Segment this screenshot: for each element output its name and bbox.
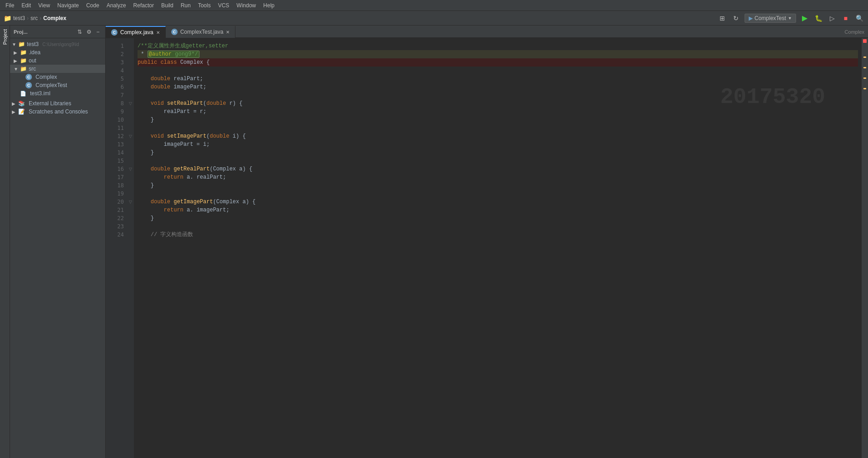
tree-item-out[interactable]: ▶ 📁 out — [10, 57, 105, 65]
line-num-13: 13 — [106, 140, 127, 149]
minimize-icon[interactable]: − — [94, 28, 102, 36]
line-num-20: 20 — [106, 198, 127, 206]
fold-13 — [127, 140, 134, 149]
warning-marker-4 — [863, 88, 866, 89]
menu-tools[interactable]: Tools — [194, 1, 214, 10]
menu-help[interactable]: Help — [260, 1, 278, 10]
tree-item-complextest[interactable]: C ComplexTest — [10, 81, 105, 89]
tab-complextest-close[interactable]: ✕ — [226, 30, 230, 35]
expand-scratches: ▶ — [12, 109, 16, 114]
menu-navigate[interactable]: Navigate — [54, 1, 82, 10]
run-icon: ▶ — [749, 15, 753, 21]
out-folder-icon: 📁 — [20, 57, 27, 64]
tree-item-test3[interactable]: ▼ 📁 test3 C:\Users\gong9\Id — [10, 40, 105, 48]
tree-item-scratches[interactable]: ▶ 📝 Scratches and Consoles — [10, 108, 105, 116]
code-line-6: double imagePart; — [138, 83, 858, 91]
menu-refactor[interactable]: Refactor — [130, 1, 158, 10]
left-side-tabs: Project — [0, 26, 10, 458]
tab-complex-java[interactable]: C Complex.java ✕ — [106, 26, 166, 38]
settings-icon[interactable]: ⚙ — [85, 28, 92, 36]
line-num-8: 8 — [106, 99, 127, 108]
sync-files-icon[interactable]: ⇅ — [76, 28, 83, 36]
fold-6 — [127, 83, 134, 91]
tree-label-src: src — [29, 66, 36, 72]
code-content[interactable]: 20175320 /**定义属性并生成getter,setter * @auth… — [134, 38, 862, 458]
sep1: › — [27, 15, 29, 21]
fold-16[interactable]: ▽ — [127, 165, 134, 173]
menu-code[interactable]: Code — [82, 1, 103, 10]
main-container: Project Proj... ⇅ ⚙ − ▼ 📁 test3 C:\Users… — [0, 26, 868, 458]
error-marker-top — [863, 39, 867, 43]
code-line-24: // 字义构造函数 — [138, 231, 858, 239]
tab-complextest-icon: C — [171, 29, 178, 35]
menu-edit[interactable]: Edit — [18, 1, 35, 10]
panel-header: Proj... ⇅ ⚙ − — [10, 26, 105, 38]
sync-icon[interactable]: ↻ — [731, 13, 741, 23]
tree-item-src[interactable]: ▼ 📁 src — [10, 65, 105, 73]
run-coverage-button[interactable]: ▷ — [827, 13, 837, 23]
project-structure-icon[interactable]: ⊞ — [717, 13, 727, 23]
project-icon: 📁 — [4, 15, 11, 22]
menu-build[interactable]: Build — [158, 1, 177, 10]
menu-run[interactable]: Run — [177, 1, 194, 10]
tree-item-complex[interactable]: C Complex — [10, 73, 105, 81]
line-num-15: 15 — [106, 157, 127, 165]
line-num-12: 12 — [106, 132, 127, 140]
menu-window[interactable]: Window — [233, 1, 260, 10]
menu-vcs[interactable]: VCS — [214, 1, 233, 10]
tree-label-iml: test3.iml — [30, 90, 51, 97]
code-line-13: imagePart = i; — [138, 140, 858, 149]
line-num-21: 21 — [106, 206, 127, 214]
menu-file[interactable]: File — [2, 1, 18, 10]
search-everywhere-button[interactable]: 🔍 — [854, 13, 864, 23]
fold-8[interactable]: ▽ — [127, 99, 134, 108]
stop-button[interactable]: ■ — [841, 13, 851, 23]
fold-18 — [127, 181, 134, 190]
expand-out: ▶ — [14, 58, 18, 63]
dropdown-icon: ▼ — [788, 16, 792, 21]
fold-20[interactable]: ▽ — [127, 198, 134, 206]
run-button[interactable]: ▶ — [800, 13, 810, 23]
fold-22 — [127, 214, 134, 222]
ext-libs-icon: 📚 — [18, 100, 25, 107]
warning-marker-3 — [863, 77, 866, 79]
line-num-23: 23 — [106, 222, 127, 231]
menu-analyze[interactable]: Analyze — [103, 1, 130, 10]
tab-complextest-label: ComplexTest.java — [180, 29, 224, 35]
tab-complex-label: Complex.java — [120, 29, 153, 36]
line-num-17: 17 — [106, 173, 127, 181]
code-line-7 — [138, 91, 858, 99]
code-line-17: return a. realPart; — [138, 173, 858, 181]
tree-item-idea[interactable]: ▶ 📁 .idea — [10, 48, 105, 57]
tab-complex-close[interactable]: ✕ — [156, 30, 160, 35]
fold-12[interactable]: ▽ — [127, 132, 134, 140]
panel-icons: ⇅ ⚙ − — [76, 28, 102, 36]
tree-item-external-libs[interactable]: ▶ 📚 External Libraries — [10, 99, 105, 108]
fold-1 — [127, 42, 134, 50]
tree-item-iml[interactable]: 📄 test3.iml — [10, 89, 105, 98]
fold-4 — [127, 67, 134, 75]
menu-bar: File Edit View Navigate Code Analyze Ref… — [0, 0, 868, 11]
sep2: › — [40, 15, 41, 21]
fold-24 — [127, 231, 134, 239]
debug-button[interactable]: 🐛 — [813, 13, 823, 23]
project-name: test3 — [13, 15, 25, 21]
fold-17 — [127, 173, 134, 181]
project-tab[interactable]: Project — [1, 26, 9, 48]
code-line-10: } — [138, 116, 858, 124]
complex-java-icon: C — [26, 74, 32, 80]
tabs-filler — [235, 26, 841, 38]
tab-complextest-java[interactable]: C ComplexTest.java ✕ — [166, 26, 236, 38]
module-name: src — [31, 15, 38, 21]
fold-15 — [127, 157, 134, 165]
tab-complex-icon: C — [111, 29, 117, 36]
run-config-selector[interactable]: ▶ ComplexTest ▼ — [745, 14, 796, 23]
expand-ext: ▶ — [12, 101, 16, 106]
fold-10 — [127, 116, 134, 124]
title-bar: 📁 test3 › src › Complex ⊞ ↻ ▶ ComplexTes… — [0, 11, 868, 26]
line-num-4: 4 — [106, 67, 127, 75]
tree-label-out: out — [29, 57, 36, 64]
code-line-1: /**定义属性并生成getter,setter — [138, 42, 858, 50]
menu-view[interactable]: View — [35, 1, 54, 10]
fold-14 — [127, 149, 134, 157]
